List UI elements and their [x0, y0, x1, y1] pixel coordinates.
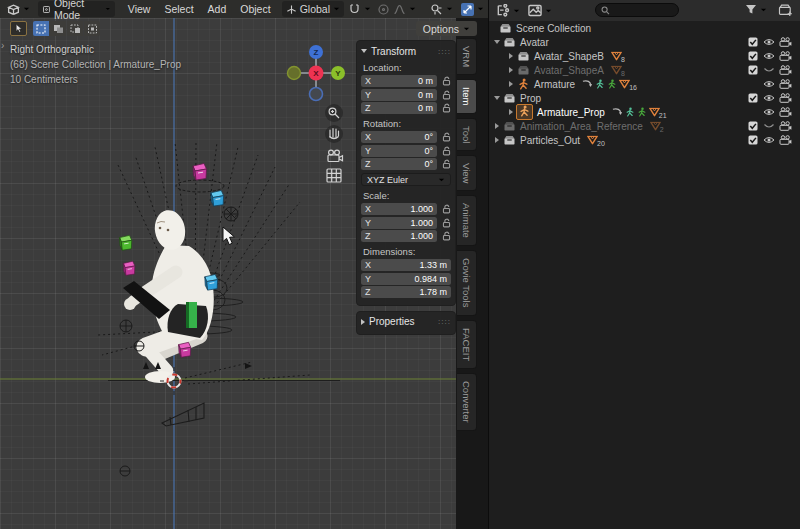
- expand-arrow-icon[interactable]: [493, 123, 501, 129]
- lock-button[interactable]: [437, 218, 451, 228]
- location-x-field[interactable]: X0 m: [361, 75, 437, 87]
- transform-panel-header[interactable]: Transform ::::: [361, 44, 451, 58]
- exclude-checkbox[interactable]: [745, 119, 761, 133]
- tab-view[interactable]: View: [457, 155, 477, 191]
- expand-arrow-icon[interactable]: [507, 81, 515, 87]
- tab-vrm[interactable]: VRM: [457, 38, 477, 75]
- menu-view[interactable]: View: [121, 3, 158, 15]
- scale-z-field[interactable]: Z1.000: [361, 230, 437, 242]
- outliner-row-armature[interactable]: Armature 16: [489, 77, 800, 91]
- exclude-checkbox[interactable]: [745, 35, 761, 49]
- outliner-row-animation-area-reference[interactable]: Animation_Area_Reference 2: [489, 119, 800, 133]
- pink-cube[interactable]: [193, 164, 207, 181]
- rotation-y-field[interactable]: Y0°: [361, 145, 437, 157]
- outliner-row-avatar[interactable]: Avatar: [489, 35, 800, 49]
- pink-cube[interactable]: [179, 342, 191, 357]
- hide-eye-toggle[interactable]: [761, 63, 777, 77]
- tab-tool[interactable]: Tool: [457, 118, 477, 151]
- location-y-field[interactable]: Y0 m: [361, 89, 437, 101]
- render-camera-toggle[interactable]: [777, 63, 793, 77]
- hide-eye-toggle[interactable]: [761, 119, 777, 133]
- exclude-checkbox[interactable]: [745, 49, 761, 63]
- select-box-intersect-button[interactable]: [84, 21, 100, 36]
- render-camera-toggle[interactable]: [777, 49, 793, 63]
- proportional-editing-button[interactable]: [375, 1, 418, 17]
- blue-cube[interactable]: [211, 190, 224, 206]
- mode-dropdown[interactable]: Object Mode: [38, 1, 115, 17]
- lock-button[interactable]: [437, 76, 451, 86]
- render-camera-toggle[interactable]: [777, 77, 793, 91]
- outliner-row-prop[interactable]: Prop: [489, 91, 800, 105]
- properties-panel-header[interactable]: Properties ::::: [361, 315, 451, 329]
- lock-button[interactable]: [437, 90, 451, 100]
- rotation-x-field[interactable]: X0°: [361, 131, 437, 143]
- toolbar-collapse-arrow[interactable]: ›: [1, 40, 4, 51]
- orientation-dropdown[interactable]: Global: [282, 1, 344, 17]
- lock-button[interactable]: [437, 204, 451, 214]
- grid-toggle-control[interactable]: [327, 169, 341, 182]
- camera-view-control[interactable]: [328, 150, 343, 161]
- green-cube[interactable]: [120, 235, 132, 250]
- scale-y-field[interactable]: Y1.000: [361, 217, 437, 229]
- editor-type-button[interactable]: [3, 1, 34, 17]
- menu-select[interactable]: Select: [157, 3, 200, 15]
- outliner-row-particles-out[interactable]: Particles_Out 20: [489, 133, 800, 147]
- panel-drag-handle[interactable]: ::::: [438, 47, 451, 56]
- menu-add[interactable]: Add: [201, 3, 234, 15]
- exclude-checkbox[interactable]: [745, 91, 761, 105]
- lock-button[interactable]: [437, 103, 451, 113]
- tab-faceit[interactable]: FACEIT: [457, 320, 477, 369]
- hide-eye-toggle[interactable]: [761, 49, 777, 63]
- lock-button[interactable]: [437, 159, 451, 169]
- lock-button[interactable]: [437, 231, 451, 241]
- dimensions-y-field[interactable]: Y0.984 m: [361, 273, 451, 285]
- hide-eye-toggle[interactable]: [761, 105, 777, 119]
- hide-eye-toggle[interactable]: [761, 35, 777, 49]
- nav-gizmo[interactable]: Z Y X: [288, 45, 346, 101]
- nav-gizmo-z-negative[interactable]: [310, 88, 323, 101]
- collapse-arrow-icon[interactable]: [493, 96, 501, 100]
- nav-gizmo-y-negative[interactable]: [288, 67, 301, 80]
- rotation-z-field[interactable]: Z0°: [361, 158, 437, 170]
- hide-eye-toggle[interactable]: [761, 91, 777, 105]
- tweak-tool-button[interactable]: [10, 21, 27, 36]
- render-camera-toggle[interactable]: [777, 105, 793, 119]
- lock-button[interactable]: [437, 132, 451, 142]
- expand-arrow-icon[interactable]: [507, 67, 515, 73]
- select-box-new-button[interactable]: [33, 21, 49, 36]
- outliner-search-input[interactable]: [595, 3, 679, 17]
- filter-button[interactable]: [745, 4, 767, 15]
- new-collection-button[interactable]: [778, 3, 793, 21]
- overlays-button[interactable]: [426, 1, 457, 17]
- lock-button[interactable]: [437, 146, 451, 156]
- scale-x-field[interactable]: X1.000: [361, 203, 437, 215]
- render-camera-toggle[interactable]: [777, 119, 793, 133]
- tab-animate[interactable]: Animate: [457, 195, 477, 246]
- dimensions-x-field[interactable]: X1.33 m: [361, 259, 451, 271]
- pink-cube[interactable]: [123, 261, 134, 275]
- character-mannequin[interactable]: [123, 208, 214, 383]
- select-box-subtract-button[interactable]: [67, 21, 83, 36]
- rotation-mode-dropdown[interactable]: XYZ Euler: [361, 173, 451, 186]
- dimensions-z-field[interactable]: Z1.78 m: [361, 286, 451, 298]
- ramp-wireframe[interactable]: [162, 403, 204, 426]
- tab-converter[interactable]: Converter: [457, 373, 477, 431]
- blue-cube[interactable]: [205, 274, 218, 290]
- zoom-control[interactable]: [325, 104, 343, 122]
- exclude-checkbox[interactable]: [745, 63, 761, 77]
- collapse-arrow-icon[interactable]: [493, 40, 501, 44]
- panel-drag-handle[interactable]: ::::: [438, 317, 451, 326]
- tab-govie-tools[interactable]: Govie Tools: [457, 250, 477, 315]
- select-box-extend-button[interactable]: [50, 21, 66, 36]
- display-mode-button[interactable]: [526, 3, 554, 19]
- outliner-row-avatar-shapea[interactable]: Avatar_ShapeA 8: [489, 63, 800, 77]
- options-button[interactable]: Options: [416, 21, 477, 36]
- snap-settings-button[interactable]: [344, 1, 375, 17]
- menu-object[interactable]: Object: [233, 3, 277, 15]
- render-camera-toggle[interactable]: [777, 91, 793, 105]
- location-z-field[interactable]: Z0 m: [361, 102, 437, 114]
- outliner-editor-type-button[interactable]: [494, 3, 522, 19]
- hide-eye-toggle[interactable]: [761, 77, 777, 91]
- expand-arrow-icon[interactable]: [493, 137, 501, 143]
- render-camera-toggle[interactable]: [777, 133, 793, 147]
